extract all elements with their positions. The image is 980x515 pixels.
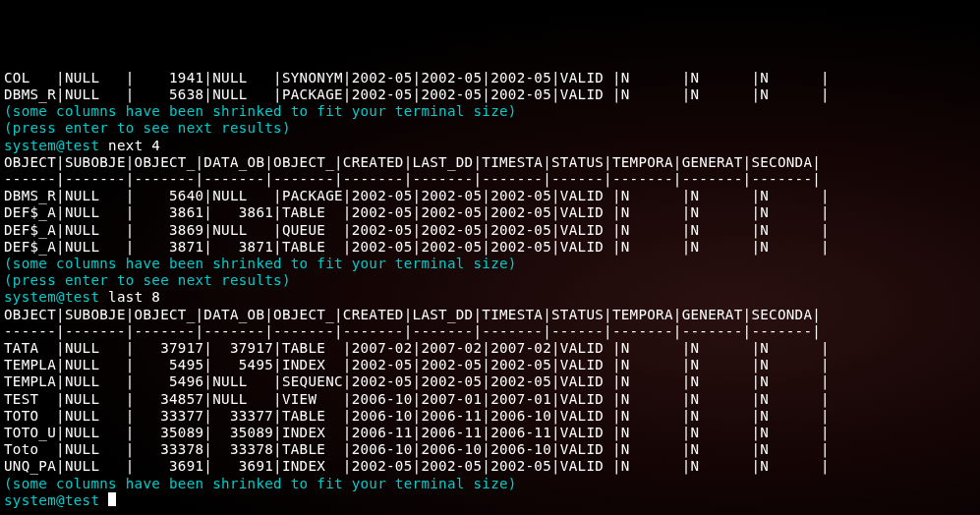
terminal-line[interactable]: system@test	[4, 492, 976, 509]
table-row: Toto |NULL | 33378| 33378|TABLE |2006-10…	[4, 441, 830, 457]
terminal-line: system@test next 4	[4, 138, 976, 154]
table-row: TOTO_U|NULL | 35089| 35089|INDEX |2006-1…	[4, 425, 830, 440]
terminal-line: (some columns have been shrinked to fit …	[4, 103, 976, 120]
terminal-line: (press enter to see next results)	[4, 120, 976, 137]
terminal-line: Toto |NULL | 33378| 33378|TABLE |2006-10…	[4, 441, 976, 458]
command-text: next 4	[99, 138, 160, 153]
terminal-line: DEF$_A|NULL | 3861| 3861|TABLE |2002-05|…	[4, 204, 976, 221]
table-row: TEST |NULL | 34857|NULL |VIEW |2006-10|2…	[4, 391, 830, 407]
terminal-line: TATA |NULL | 37917| 37917|TABLE |2007-02…	[4, 340, 976, 357]
table-row: DBMS_R|NULL | 5640|NULL |PACKAGE|2002-05…	[4, 188, 830, 203]
terminal[interactable]: COL |NULL | 1941|NULL |SYNONYM|2002-05|2…	[0, 68, 980, 511]
table-row: DEF$_A|NULL | 3871| 3871|TABLE |2002-05|…	[4, 239, 830, 255]
table-divider: ------|-------|-------|-------|-------|-…	[4, 171, 821, 187]
table-row: UNQ_PA|NULL | 3691| 3691|INDEX |2002-05|…	[4, 458, 830, 474]
table-header: OBJECT|SUBOBJE|OBJECT_|DATA_OB|OBJECT_|C…	[4, 154, 821, 170]
table-row: DBMS_R|NULL | 5638|NULL |PACKAGE|2002-05…	[4, 86, 830, 102]
terminal-line: DEF$_A|NULL | 3869|NULL |QUEUE |2002-05|…	[4, 222, 976, 239]
table-row: TOTO |NULL | 33377| 33377|TABLE |2006-10…	[4, 408, 830, 424]
table-row: DEF$_A|NULL | 3861| 3861|TABLE |2002-05|…	[4, 204, 830, 220]
terminal-line: DBMS_R|NULL | 5640|NULL |PACKAGE|2002-05…	[4, 188, 976, 204]
table-divider: ------|-------|-------|-------|-------|-…	[4, 323, 821, 339]
table-row: TATA |NULL | 37917| 37917|TABLE |2007-02…	[4, 340, 830, 356]
terminal-line: TOTO_U|NULL | 35089| 35089|INDEX |2006-1…	[4, 425, 976, 441]
terminal-line: system@test last 8	[4, 289, 976, 306]
table-row: TEMPLA|NULL | 5496|NULL |SEQUENC|2002-05…	[4, 373, 830, 389]
msg-press-enter: (press enter to see next results)	[4, 120, 291, 136]
table-row: COL |NULL | 1941|NULL |SYNONYM|2002-05|2…	[4, 70, 830, 86]
msg-shrinked: (some columns have been shrinked to fit …	[4, 256, 517, 271]
command-text: last 8	[99, 289, 160, 305]
terminal-line: TOTO |NULL | 33377| 33377|TABLE |2006-10…	[4, 408, 976, 425]
terminal-line: (press enter to see next results)	[4, 272, 976, 289]
terminal-line: TEMPLA|NULL | 5495| 5495|INDEX |2002-05|…	[4, 357, 976, 373]
terminal-line: DEF$_A|NULL | 3871| 3871|TABLE |2002-05|…	[4, 239, 976, 256]
msg-shrinked: (some columns have been shrinked to fit …	[4, 476, 517, 491]
terminal-line: ------|-------|-------|-------|-------|-…	[4, 171, 976, 188]
terminal-line: OBJECT|SUBOBJE|OBJECT_|DATA_OB|OBJECT_|C…	[4, 154, 976, 171]
table-row: DEF$_A|NULL | 3869|NULL |QUEUE |2002-05|…	[4, 222, 830, 238]
table-row: TEMPLA|NULL | 5495| 5495|INDEX |2002-05|…	[4, 357, 830, 372]
msg-press-enter: (press enter to see next results)	[4, 272, 291, 288]
cursor-icon[interactable]	[108, 492, 116, 506]
terminal-line: DBMS_R|NULL | 5638|NULL |PACKAGE|2002-05…	[4, 86, 976, 103]
terminal-line: (some columns have been shrinked to fit …	[4, 256, 976, 272]
prompt-prefix: system@test	[4, 289, 99, 305]
msg-shrinked: (some columns have been shrinked to fit …	[4, 103, 517, 119]
terminal-line: COL |NULL | 1941|NULL |SYNONYM|2002-05|2…	[4, 70, 976, 86]
terminal-line: OBJECT|SUBOBJE|OBJECT_|DATA_OB|OBJECT_|C…	[4, 307, 976, 323]
table-header: OBJECT|SUBOBJE|OBJECT_|DATA_OB|OBJECT_|C…	[4, 307, 821, 322]
terminal-line: UNQ_PA|NULL | 3691| 3691|INDEX |2002-05|…	[4, 458, 976, 475]
terminal-line: (some columns have been shrinked to fit …	[4, 476, 976, 492]
prompt-prefix: system@test	[4, 138, 99, 153]
terminal-line: TEMPLA|NULL | 5496|NULL |SEQUENC|2002-05…	[4, 373, 976, 390]
terminal-line: TEST |NULL | 34857|NULL |VIEW |2006-10|2…	[4, 391, 976, 408]
prompt-prefix: system@test	[4, 492, 99, 508]
terminal-line: ------|-------|-------|-------|-------|-…	[4, 323, 976, 340]
